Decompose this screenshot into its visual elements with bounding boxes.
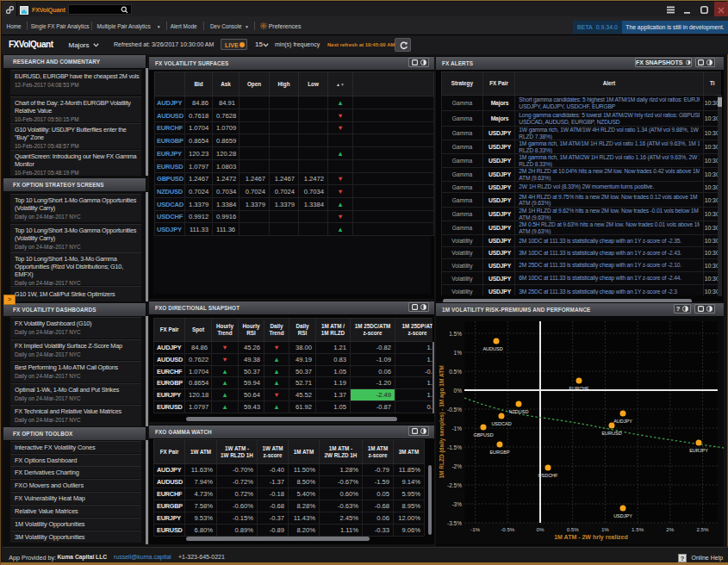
svg-text:2%: 2%: [666, 526, 674, 532]
svg-text:-3%: -3%: [451, 501, 462, 507]
svg-text:0%: 0%: [537, 526, 544, 532]
svg-text:USDCHF: USDCHF: [538, 473, 559, 478]
svg-text:GBPUSD: GBPUSD: [473, 432, 493, 438]
svg-text:AUDUSD: AUDUSD: [482, 346, 502, 351]
svg-text:USDCAD: USDCAD: [491, 421, 511, 426]
svg-text:1%: 1%: [454, 350, 463, 356]
svg-text:-0.5%: -0.5%: [501, 526, 515, 532]
svg-text:-1%: -1%: [470, 526, 481, 532]
svg-text:0%: 0%: [454, 388, 463, 394]
svg-text:0.5%: 0.5%: [567, 526, 580, 532]
svg-text:EURJPY: EURJPY: [689, 448, 708, 453]
svg-text:-3.5%: -3.5%: [447, 520, 462, 526]
svg-text:1%: 1%: [601, 526, 609, 532]
svg-text:1.5%: 1.5%: [449, 331, 462, 337]
svg-text:AUDJPY: AUDJPY: [613, 419, 632, 424]
svg-text:-2%: -2%: [451, 463, 462, 469]
svg-text:1M RLZD (daily samples) - 1M a: 1M RLZD (daily samples) - 1M ago 1M ATM: [439, 365, 445, 478]
svg-text:-2.5%: -2.5%: [447, 482, 462, 488]
svg-text:-0.5%: -0.5%: [447, 407, 462, 413]
svg-text:-1%: -1%: [451, 425, 462, 432]
svg-text:EURUSD: EURUSD: [601, 431, 621, 436]
svg-text:EURGBP: EURGBP: [489, 450, 510, 455]
svg-text:USDJPY: USDJPY: [613, 513, 632, 518]
svg-text:NZDUSD: NZDUSD: [509, 409, 529, 414]
svg-text:1.5%: 1.5%: [632, 526, 644, 532]
svg-text:1M ATM - 2W hrly realized: 1M ATM - 2W hrly realized: [554, 534, 628, 541]
svg-text:-1.5%: -1.5%: [447, 444, 462, 450]
svg-text:0.5%: 0.5%: [449, 369, 462, 375]
svg-text:EURCHF: EURCHF: [569, 386, 590, 391]
svg-text:2.5%: 2.5%: [696, 526, 709, 532]
